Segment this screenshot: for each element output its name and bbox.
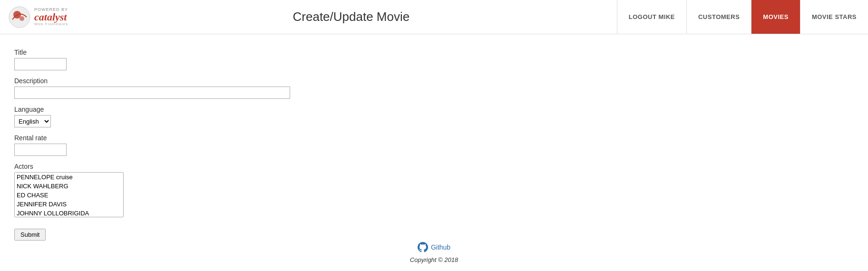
- nav-item-logout[interactable]: LOGOUT MIKE: [617, 0, 686, 34]
- svg-point-2: [20, 16, 24, 21]
- language-label: Language: [14, 106, 414, 113]
- catalyst-logo-icon: [8, 5, 31, 29]
- page-title: Create/Update Movie: [86, 10, 617, 24]
- actor-option[interactable]: JENNIFER DAVIS: [15, 200, 123, 209]
- rental-rate-input[interactable]: [14, 144, 67, 156]
- rental-rate-group: Rental rate: [14, 134, 414, 156]
- actors-listbox[interactable]: PENNELOPE cruise NICK WAHLBERG ED CHASE …: [14, 172, 124, 217]
- main-content: Title Description Language English Frenc…: [0, 34, 428, 255]
- actor-option[interactable]: NICK WAHLBERG: [15, 182, 123, 191]
- footer: Github Copyright © 2018: [0, 234, 868, 255]
- logo-text: POWERED BY catalyst Web Framework: [34, 8, 68, 26]
- nav-item-movies[interactable]: MOVIES: [751, 0, 800, 34]
- description-label: Description: [14, 77, 414, 85]
- description-group: Description: [14, 77, 414, 99]
- github-link-area: Github: [8, 242, 860, 252]
- main-nav: LOGOUT MIKE CUSTOMERS MOVIES MOVIE STARS: [617, 0, 868, 34]
- nav-item-movie-stars[interactable]: MOVIE STARS: [800, 0, 868, 34]
- logo-name: catalyst: [34, 12, 68, 22]
- actors-label: Actors: [14, 163, 414, 170]
- header: POWERED BY catalyst Web Framework Create…: [0, 0, 868, 34]
- actor-option[interactable]: PENNELOPE cruise: [15, 173, 123, 182]
- language-select[interactable]: English French Spanish German: [14, 115, 51, 127]
- title-label: Title: [14, 48, 414, 56]
- actors-group: Actors PENNELOPE cruise NICK WAHLBERG ED…: [14, 163, 414, 217]
- github-icon: [418, 242, 428, 252]
- language-group: Language English French Spanish German: [14, 106, 414, 127]
- title-group: Title: [14, 48, 414, 70]
- logo-area: POWERED BY catalyst Web Framework: [0, 5, 86, 29]
- actor-option[interactable]: ED CHASE: [15, 191, 123, 200]
- rental-rate-label: Rental rate: [14, 134, 414, 142]
- logo-sub: Web Framework: [34, 22, 68, 26]
- github-link[interactable]: Github: [431, 243, 450, 251]
- actor-option[interactable]: JOHNNY LOLLOBRIGIDA: [15, 209, 123, 217]
- title-input[interactable]: [14, 58, 67, 70]
- nav-item-customers[interactable]: CUSTOMERS: [686, 0, 751, 34]
- description-input[interactable]: [14, 87, 290, 99]
